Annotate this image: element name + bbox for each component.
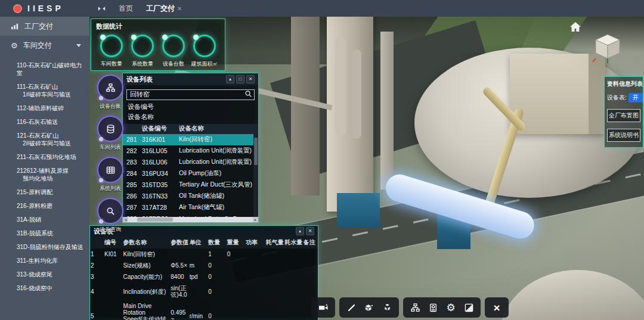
scroll-right-icon[interactable]: ▸ — [253, 217, 258, 222]
tool-button-org-chart[interactable]: 设备台账 — [93, 74, 128, 110]
cell-device-name: Tertiary Air Duct(三次风管) — [179, 181, 258, 189]
table-row[interactable]: 285316TD35Tertiary Air Duct(三次风管) — [123, 179, 258, 191]
column-header: 备注 — [303, 237, 318, 248]
sidebar-subitem[interactable]: 121-石灰石矿山2#破碎车间与输送 — [0, 129, 89, 150]
filter-label-device-name[interactable]: 设备名称 — [123, 112, 258, 122]
sidebar-subitem[interactable]: 211-石灰石预均化堆场 — [0, 150, 89, 164]
sidebar-item-factory-delivery[interactable]: 工厂交付 — [0, 17, 89, 36]
table-row[interactable]: 5Main Drive Rotation Speed(主传动转速)0.495~r… — [90, 300, 318, 320]
gear-icon[interactable]: ⚙ — [443, 300, 459, 315]
device-search-input[interactable] — [126, 89, 255, 100]
cell — [227, 260, 245, 271]
sidebar-subitem[interactable]: 31A-脱硝 — [0, 213, 89, 226]
cell: 0 — [208, 271, 226, 282]
sidebar-subitem-line: 215-原料调配 — [17, 188, 87, 196]
sidebar-item-workshop-delivery[interactable]: ⚙ 车间交付 — [0, 36, 89, 55]
window-controls: ▴ □ ✕ — [226, 75, 255, 83]
sidebar-subitem[interactable]: 313-烧成窑尾 — [0, 268, 89, 281]
header-device-name: 设备名称 — [179, 125, 258, 133]
table-row[interactable]: 286316TN33Oil Tank(储油罐) — [123, 191, 258, 202]
sidebar-subitem[interactable]: 116-石灰石输送 — [0, 115, 89, 129]
tool-button-grid[interactable]: 系统列表 — [93, 157, 128, 192]
cube-upload-icon[interactable] — [361, 300, 377, 315]
table-row[interactable]: 283316LU06Lubrication Unit(润滑装置) — [123, 157, 258, 168]
cell: 8400 — [170, 271, 188, 282]
collapse-window-icon[interactable]: ▴ — [226, 75, 234, 83]
collapse-menu-icon[interactable] — [98, 5, 106, 13]
cell: Inclination(斜度) — [123, 282, 171, 300]
database-icon — [97, 116, 123, 142]
nav-tab-home[interactable]: 首页 — [119, 4, 133, 14]
search-icon[interactable] — [244, 89, 252, 100]
org-chart-icon[interactable] — [407, 300, 423, 315]
stat-gauge: 设备台数 — [158, 35, 189, 68]
column-header: 功率 — [245, 237, 265, 248]
stats-panel: 数据统计 车间数量系统数量设备台数建筑面积㎡ — [91, 18, 225, 71]
filter-label-device-code[interactable]: 设备编号 — [123, 102, 258, 112]
tool-button-database[interactable]: 车间列表 — [93, 116, 128, 151]
maximize-window-icon[interactable]: □ — [236, 75, 244, 83]
column-header: 重量 — [227, 237, 245, 248]
gauge-label: 系统数量 — [132, 60, 153, 68]
video-camera-icon[interactable] — [315, 300, 331, 315]
cell-device-code: 316LU05 — [142, 147, 179, 154]
vertical-scrollbar[interactable] — [253, 134, 258, 218]
sidebar-item-label: 车间交付 — [23, 41, 52, 51]
device-card-icon[interactable] — [425, 300, 441, 315]
sidebar-subitem[interactable]: 316-烧成窑中 — [0, 281, 89, 295]
cell-device-name: Air Tank(储气罐) — [179, 203, 258, 212]
close-window-icon[interactable]: ✕ — [246, 75, 255, 83]
table-row[interactable]: 281316KI01Kiln(回转窑) — [123, 134, 258, 145]
sidebar-subitem[interactable]: 31D-脱硫粉剂储存及输送 — [0, 240, 89, 254]
home-view-icon[interactable] — [569, 21, 581, 33]
table-row[interactable]: 2Size(规格)Φ5.5×m0 — [90, 260, 318, 271]
pencil-icon[interactable] — [343, 300, 359, 315]
close-icon[interactable]: × — [489, 300, 504, 315]
cell: 5 — [90, 300, 104, 320]
sidebar-subitem[interactable]: 111-石灰石矿山1#破碎车间与输送 — [0, 80, 89, 101]
table-row[interactable]: 4Inclination(斜度)sin(正弦)4.00 — [90, 282, 318, 300]
sidebar-subitem[interactable]: 212612-辅料及原煤预均化堆场 — [0, 164, 89, 185]
scrollbar-thumb[interactable] — [137, 218, 173, 222]
collapse-window-icon[interactable]: ▴ — [296, 227, 304, 235]
gauge-ring-icon — [131, 35, 154, 57]
table-row[interactable]: 284316PU34Oil Pump(油泵) — [123, 168, 258, 179]
cell — [227, 300, 245, 320]
cell: 3 — [90, 271, 104, 282]
toolbar-group — [311, 297, 335, 318]
cell: 0 — [208, 260, 226, 271]
device-list-titlebar[interactable]: 设备列表 ▴ □ ✕ — [123, 73, 258, 85]
info-doc-button[interactable]: 系统说明书 — [607, 129, 640, 142]
cell: Size(规格) — [123, 260, 171, 271]
sidebar-subitem[interactable]: 215-原料调配 — [0, 185, 89, 199]
tool-button-search[interactable]: 设备查询 — [93, 198, 128, 234]
sidebar-subitem-line: 1#破碎车间与输送 — [17, 91, 87, 98]
sidebar-subitem-line: 121-石灰石矿山 — [17, 132, 87, 139]
horizontal-scrollbar[interactable]: ◂ ▸ — [123, 217, 258, 222]
nav-tab-factory-delivery[interactable]: 工厂交付 — [146, 4, 175, 14]
cell-device-code: 317AT28 — [142, 204, 179, 211]
sidebar-subitem-line: 216-原料粉磨 — [17, 202, 87, 210]
scrollbar-thumb[interactable] — [254, 138, 258, 165]
device-table-toggle-button[interactable]: 开 — [628, 93, 643, 102]
sidebar-subitem[interactable]: 110-石灰石矿山破碎电力室 — [0, 58, 89, 80]
table-row[interactable]: 288317BD26Moterized Butterfly Dampe — [123, 213, 258, 218]
image-icon[interactable] — [461, 300, 476, 315]
tab-close-icon[interactable]: ✕ — [177, 5, 182, 12]
column-header: 耗水量 — [284, 237, 302, 248]
table-row[interactable]: 287317AT28Air Tank(储气罐) — [123, 202, 258, 213]
sidebar-subitem-line: 212612-辅料及原煤 — [17, 167, 87, 175]
sidebar-subitem[interactable]: 31B-脱硫系统 — [0, 226, 89, 240]
cube-explode-icon[interactable] — [379, 300, 395, 315]
table-row[interactable]: 282316LU05Lubrication Unit(润滑装置) — [123, 145, 258, 157]
sidebar-subitem[interactable]: 112-辅助原料破碎 — [0, 101, 89, 115]
sidebar-subitem[interactable]: 311-生料均化库 — [0, 254, 89, 268]
close-window-icon[interactable]: ✕ — [306, 227, 314, 235]
table-row[interactable]: 3Capacity(能力)8400tpd0 — [90, 271, 318, 282]
table-row[interactable]: 1KI01Kiln(回转窑)10 — [90, 248, 318, 260]
cell — [265, 248, 284, 260]
plant-3d-viewport[interactable]: 数据统计 车间数量系统数量设备台数建筑面积㎡ 设备台账车间列表系统列表设备查询 … — [89, 17, 644, 320]
info-doc-button[interactable]: 全厂布置图 — [607, 109, 640, 122]
sidebar-subitem[interactable]: 216-原料粉磨 — [0, 199, 89, 213]
view-cube[interactable] — [592, 32, 623, 66]
